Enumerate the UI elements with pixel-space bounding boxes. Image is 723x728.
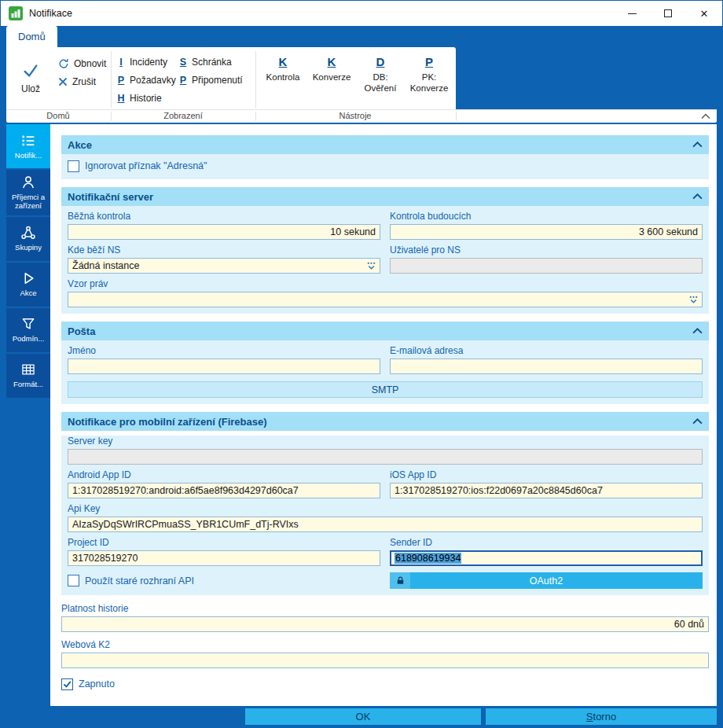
- future-check-field[interactable]: 3 600 sekund: [390, 224, 703, 240]
- refresh-icon: [58, 58, 69, 69]
- dropdown-icon[interactable]: [366, 261, 376, 271]
- lock-icon: [395, 575, 406, 586]
- clipboard-label: Schránka: [192, 57, 232, 68]
- x-icon: [58, 77, 68, 86]
- section-posta-header[interactable]: Pošta: [61, 322, 709, 340]
- group-separator: [255, 51, 256, 108]
- section-posta-body: Jméno E-mailová adresa SMTP: [61, 340, 709, 404]
- chevron-up-icon[interactable]: [692, 193, 703, 200]
- check-icon: [63, 680, 72, 689]
- ios-app-id-field[interactable]: 1:317028519270:ios:f22d0697a20c8845d60ca…: [390, 483, 703, 498]
- history-validity-value: 60 dnů: [674, 619, 704, 630]
- history-button[interactable]: H Historie: [117, 90, 162, 107]
- android-app-id-label: Android App ID: [68, 469, 380, 480]
- rights-template-dropdown[interactable]: [68, 292, 703, 307]
- reminder-button[interactable]: P Připomenutí: [179, 72, 243, 89]
- email-label: E-mailová adresa: [390, 345, 703, 356]
- group-label-nastroje: Nástroje: [339, 111, 372, 120]
- future-check-label: Kontrola budoucích: [390, 211, 703, 222]
- requests-key-icon: P: [117, 75, 125, 86]
- sidebar-item-podminky[interactable]: Podmín...: [6, 308, 50, 352]
- ok-button[interactable]: OK: [245, 708, 481, 725]
- web-k2-field[interactable]: [61, 653, 709, 668]
- minimize-button[interactable]: [614, 1, 650, 26]
- email-field[interactable]: [390, 358, 703, 374]
- dialog-buttons: OK Storno: [245, 708, 717, 725]
- ignore-adresna-checkbox[interactable]: Ignorovat příznak "Adresná": [68, 159, 703, 173]
- sidebar-item-format[interactable]: Formát...: [6, 354, 50, 398]
- section-server-header[interactable]: Notifikační server: [61, 187, 709, 206]
- requests-button[interactable]: P Požadavky: [117, 72, 176, 89]
- sidebar-item-prijemci[interactable]: Příjemci a zařízení: [6, 170, 50, 215]
- maximize-button[interactable]: [650, 1, 686, 26]
- checkbox-box[interactable]: [68, 575, 79, 586]
- history-validity-field[interactable]: 60 dnů: [61, 616, 709, 632]
- oauth2-label: OAuth2: [530, 575, 563, 586]
- incidents-button[interactable]: I Incidenty: [117, 53, 167, 71]
- rights-template-label: Vzor práv: [68, 278, 703, 289]
- chevron-up-icon[interactable]: [692, 418, 703, 425]
- section-server-title: Notifikační server: [68, 191, 153, 203]
- collapse-ribbon-icon[interactable]: [701, 113, 710, 119]
- reminder-key-icon: P: [179, 75, 187, 86]
- chevron-up-icon[interactable]: [692, 142, 703, 148]
- titlebar: Notifikace ✕: [1, 1, 722, 26]
- api-key-field[interactable]: AIzaSyDqSWrIRCPmuaSS_YBR1CUmF_dTj-RVIxs: [68, 517, 703, 532]
- close-icon: ✕: [700, 8, 709, 20]
- regular-check-field[interactable]: 10 sekund: [68, 224, 380, 240]
- save-button[interactable]: Ulož: [9, 49, 53, 107]
- pk-konverze-button[interactable]: P PK: Konverze: [406, 50, 453, 107]
- project-id-field[interactable]: 317028519270: [68, 550, 380, 566]
- sidebar-item-skupiny[interactable]: Skupiny: [6, 217, 50, 261]
- db-overeni-button[interactable]: D DB: Ověření: [357, 50, 404, 107]
- lock-icon-wrap: [390, 572, 410, 589]
- oauth2-button[interactable]: OAuth2: [390, 572, 703, 589]
- reminder-label: Připomenutí: [192, 75, 243, 86]
- pk-konverze-key-icon: P: [425, 55, 433, 68]
- section-firebase-header[interactable]: Notifikace pro mobilní zařízení (Firebas…: [61, 412, 709, 431]
- history-key-icon: H: [117, 93, 125, 104]
- server-key-field: [68, 449, 703, 465]
- close-button[interactable]: ✕: [686, 1, 722, 26]
- project-id-value: 317028519270: [72, 553, 138, 564]
- sender-id-value: 618908619934: [395, 553, 461, 564]
- sidebar-item-label: Podmín...: [13, 335, 45, 344]
- chevron-up-icon[interactable]: [692, 328, 703, 334]
- strip-separator: [456, 112, 457, 121]
- refresh-button[interactable]: Obnovit: [55, 55, 109, 72]
- section-akce-header[interactable]: Akce: [61, 135, 709, 154]
- list-icon: [20, 133, 36, 149]
- history-validity-label: Platnost historie: [61, 603, 709, 614]
- tab-domu[interactable]: Domů: [6, 26, 57, 47]
- sidebar-item-notifikace[interactable]: Notifik...: [6, 124, 50, 168]
- sender-id-field[interactable]: 618908619934: [390, 550, 703, 566]
- konverze-label: Konverze: [313, 72, 351, 83]
- old-api-checkbox[interactable]: Použít staré rozhraní API: [68, 574, 380, 588]
- name-field[interactable]: [68, 358, 380, 374]
- checkbox-box-checked[interactable]: [61, 678, 73, 690]
- regular-check-value: 10 sekund: [330, 226, 376, 237]
- checkbox-box[interactable]: [68, 160, 79, 172]
- sidebar-item-label: Notifik...: [15, 152, 42, 160]
- dropdown-icon[interactable]: [688, 295, 699, 305]
- name-label: Jméno: [68, 345, 380, 356]
- storno-button[interactable]: Storno: [486, 708, 717, 725]
- ribbon-group-label-strip: Domů Zobrazení Nástroje: [6, 109, 717, 123]
- cancel-label: Zrušit: [72, 76, 96, 87]
- sidebar-item-akce[interactable]: Akce: [6, 263, 50, 307]
- ribbon-groups: Ulož Obnovit Zrušit I Incidenty P Požada…: [6, 47, 456, 109]
- group-label-zobrazeni: Zobrazení: [163, 111, 203, 120]
- where-ns-dropdown[interactable]: Žádná instance: [68, 258, 380, 274]
- konverze-button[interactable]: K Konverze: [308, 50, 355, 107]
- web-k2-label: Webová K2: [61, 639, 709, 650]
- kontrola-button[interactable]: K Kontrola: [259, 50, 306, 107]
- section-notifikacni-server: Notifikační server Běžná kontrola 10 sek…: [61, 187, 709, 314]
- enabled-checkbox[interactable]: Zapnuto: [61, 677, 709, 691]
- cancel-button[interactable]: Zrušit: [55, 73, 99, 90]
- clipboard-button[interactable]: S Schránka: [179, 53, 232, 71]
- android-app-id-field[interactable]: 1:317028519270:android:a6f5ae8f963d4297d…: [68, 483, 380, 498]
- clipboard-key-icon: S: [179, 57, 187, 68]
- section-posta-title: Pošta: [68, 325, 95, 337]
- smtp-button[interactable]: SMTP: [68, 381, 703, 398]
- incidents-label: Incidenty: [130, 57, 167, 68]
